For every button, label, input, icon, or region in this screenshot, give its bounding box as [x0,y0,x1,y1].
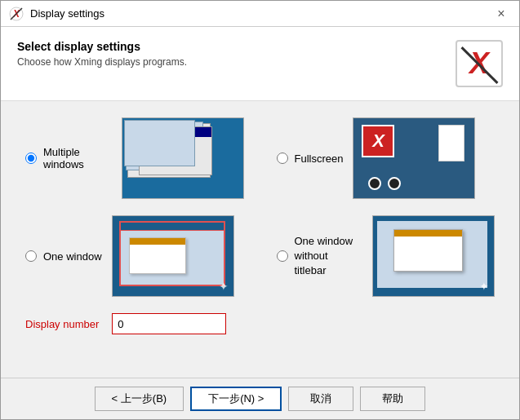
option-fullscreen: Fullscreen X [277,117,496,199]
display-number-label: Display number [25,318,99,330]
option-no-titlebar: One window without titlebar ✦ [277,215,496,297]
content-area: Multiple windows ███████████████████████… [1,101,519,378]
display-number-row: Display number [25,313,495,334]
xming-logo: X [456,40,503,87]
radio-one-window[interactable] [25,250,37,262]
preview-one-window: ✦ [112,215,234,297]
title-bar-left: X Display settings [9,7,104,21]
display-number-input[interactable] [112,313,226,334]
preview-no-titlebar: ✦ [372,215,495,297]
next-button[interactable]: 下一步(N) > [190,387,282,411]
app-icon: X [9,7,24,21]
header-heading: Select display settings [17,40,187,53]
back-button[interactable]: < 上一步(B) [95,387,184,411]
radio-no-titlebar[interactable] [277,250,288,262]
label-multiple-windows: Multiple windows [43,146,112,170]
radio-fullscreen[interactable] [277,153,288,164]
cancel-button[interactable]: 取消 [288,387,353,411]
option-one-window: One window ✦ [25,215,244,297]
title-bar: X Display settings × [1,1,519,27]
footer: < 上一步(B) 下一步(N) > 取消 帮助 [1,378,519,419]
label-one-window: One window [43,250,102,263]
header-section: Select display settings Choose how Xming… [1,27,519,101]
close-button[interactable]: × [491,4,511,24]
label-no-titlebar: One window without titlebar [295,234,363,279]
preview-fullscreen: X [353,117,475,199]
label-fullscreen: Fullscreen [295,153,344,165]
help-button[interactable]: 帮助 [360,387,425,411]
option-multiple-windows: Multiple windows ███████████████████████… [25,117,244,199]
preview-multiple-windows: ████████████████████████████████████ [122,117,244,199]
options-grid: Multiple windows ███████████████████████… [25,117,495,297]
title-bar-text: Display settings [30,7,104,20]
dialog-window: X Display settings × Select display sett… [0,0,520,420]
header-text: Select display settings Choose how Xming… [17,40,187,68]
radio-multiple-windows[interactable] [25,153,37,164]
header-subtext: Choose how Xming displays programs. [17,56,187,68]
